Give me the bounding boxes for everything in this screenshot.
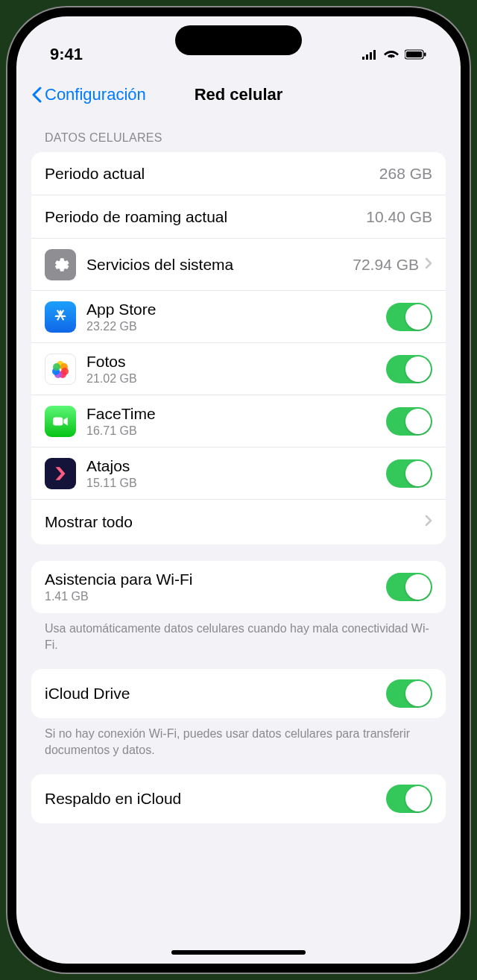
- chevron-left-icon: [31, 87, 42, 103]
- wifi-assist-toggle[interactable]: [386, 573, 432, 601]
- cellular-data-card: Periodo actual 268 GB Periodo de roaming…: [31, 152, 446, 544]
- facetime-toggle[interactable]: [386, 407, 432, 436]
- screen: 9:41 Configuración Red celular DATOS CEL…: [16, 16, 461, 964]
- svg-rect-10: [53, 417, 63, 425]
- app-row-app-store[interactable]: App Store 23.22 GB: [31, 291, 446, 343]
- cellular-icon: [361, 49, 378, 60]
- icloud-backup-card: Respaldo en iCloud: [31, 774, 446, 823]
- icloud-drive-row[interactable]: iCloud Drive: [31, 669, 446, 718]
- system-services-row[interactable]: Servicios del sistema 72.94 GB: [31, 239, 446, 291]
- roaming-period-value: 10.40 GB: [366, 208, 432, 226]
- app-usage: 16.71 GB: [86, 424, 386, 438]
- show-all-label: Mostrar todo: [45, 513, 419, 531]
- svg-rect-1: [406, 51, 422, 57]
- wifi-assist-card: Asistencia para Wi-Fi 1.41 GB: [31, 561, 446, 613]
- wifi-assist-row[interactable]: Asistencia para Wi-Fi 1.41 GB: [31, 561, 446, 613]
- back-label: Configuración: [45, 85, 146, 104]
- app-row-shortcuts[interactable]: Atajos 15.11 GB: [31, 447, 446, 500]
- current-period-value: 268 GB: [379, 165, 432, 183]
- app-store-icon: [45, 301, 76, 333]
- phone-frame: 9:41 Configuración Red celular DATOS CEL…: [7, 7, 470, 973]
- roaming-period-label: Periodo de roaming actual: [45, 208, 357, 226]
- nav-title: Red celular: [195, 85, 283, 104]
- battery-icon: [405, 49, 427, 60]
- back-button[interactable]: Configuración: [31, 85, 146, 104]
- photos-toggle[interactable]: [386, 355, 432, 383]
- system-services-label: Servicios del sistema: [86, 256, 353, 274]
- icloud-drive-label: iCloud Drive: [45, 685, 377, 703]
- icloud-drive-toggle[interactable]: [386, 679, 432, 708]
- gear-icon: [45, 249, 76, 280]
- app-name: Atajos: [86, 457, 386, 475]
- nav-bar: Configuración Red celular: [16, 76, 461, 115]
- wifi-assist-usage: 1.41 GB: [45, 590, 386, 603]
- show-all-row[interactable]: Mostrar todo: [31, 500, 446, 544]
- shortcuts-toggle[interactable]: [386, 459, 432, 488]
- roaming-period-row[interactable]: Periodo de roaming actual 10.40 GB: [31, 195, 446, 239]
- app-name: FaceTime: [86, 405, 386, 423]
- content: DATOS CELULARES Periodo actual 268 GB Pe…: [16, 115, 461, 943]
- svg-point-9: [53, 363, 60, 371]
- icloud-backup-row[interactable]: Respaldo en iCloud: [31, 774, 446, 823]
- app-row-photos[interactable]: Fotos 21.02 GB: [31, 343, 446, 395]
- current-period-row[interactable]: Periodo actual 268 GB: [31, 152, 446, 195]
- wifi-icon: [384, 49, 399, 60]
- app-usage: 23.22 GB: [86, 320, 386, 333]
- icloud-backup-label: Respaldo en iCloud: [45, 790, 377, 808]
- wifi-assist-footer: Usa automáticamente datos celulares cuan…: [31, 613, 446, 669]
- home-indicator[interactable]: [171, 950, 306, 955]
- app-usage: 21.02 GB: [86, 372, 386, 386]
- photos-icon: [45, 354, 76, 385]
- section-header-cellular-data: DATOS CELULARES: [31, 115, 446, 152]
- facetime-icon: [45, 406, 76, 437]
- status-icons: [361, 49, 427, 60]
- app-row-facetime[interactable]: FaceTime 16.71 GB: [31, 395, 446, 447]
- svg-rect-2: [424, 53, 426, 57]
- status-time: 9:41: [50, 45, 83, 64]
- chevron-right-icon: [425, 257, 432, 272]
- wifi-assist-label: Asistencia para Wi-Fi: [45, 571, 386, 588]
- app-name: Fotos: [86, 353, 386, 371]
- shortcuts-icon: [45, 458, 76, 489]
- system-services-value: 72.94 GB: [353, 256, 419, 274]
- icloud-backup-toggle[interactable]: [386, 785, 432, 813]
- app-store-toggle[interactable]: [386, 303, 432, 331]
- icloud-drive-footer: Si no hay conexión Wi-Fi, puedes usar da…: [31, 718, 446, 774]
- icloud-drive-card: iCloud Drive: [31, 669, 446, 718]
- notch: [175, 25, 302, 55]
- chevron-right-icon: [425, 515, 432, 530]
- app-name: App Store: [86, 301, 386, 318]
- current-period-label: Periodo actual: [45, 165, 370, 183]
- app-usage: 15.11 GB: [86, 477, 386, 490]
